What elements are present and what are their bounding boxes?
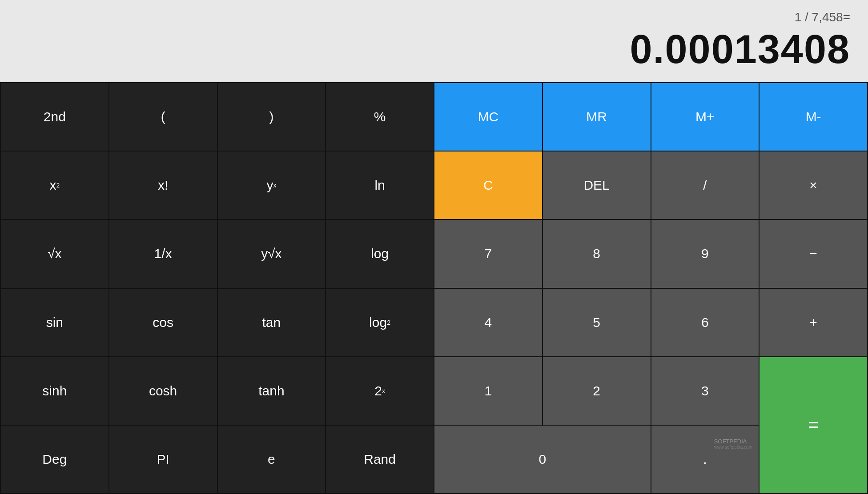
btn-cos[interactable]: cos — [109, 289, 217, 356]
display-result: 0.00013408 — [630, 27, 851, 72]
btn-mc[interactable]: MC — [434, 83, 542, 151]
btn-e[interactable]: e — [218, 426, 326, 493]
btn-pi[interactable]: PI — [109, 426, 217, 493]
btn-dot[interactable]: . — [651, 426, 759, 493]
btn-ln[interactable]: ln — [326, 151, 434, 219]
btn-2[interactable]: 2 — [543, 357, 651, 425]
btn-lparen[interactable]: ( — [109, 83, 217, 151]
btn-yx[interactable]: yx — [218, 151, 326, 219]
btn-2x[interactable]: 2x — [326, 357, 434, 425]
btn-cosh[interactable]: cosh — [109, 357, 217, 425]
btn-log2[interactable]: log2 — [326, 289, 434, 356]
btn-tanh[interactable]: tanh — [218, 357, 326, 425]
btn-inv[interactable]: 1/x — [109, 220, 217, 287]
btn-c[interactable]: C — [434, 151, 542, 219]
btn-percent[interactable]: % — [326, 83, 434, 151]
btn-log[interactable]: log — [326, 220, 434, 287]
btn-tan[interactable]: tan — [218, 289, 326, 356]
btn-1[interactable]: 1 — [434, 357, 542, 425]
btn-yroot[interactable]: y√x — [218, 220, 326, 287]
btn-8[interactable]: 8 — [543, 220, 651, 287]
btn-sinh[interactable]: sinh — [1, 357, 108, 425]
btn-2nd[interactable]: 2nd — [1, 83, 108, 151]
btn-deg[interactable]: Deg — [1, 426, 108, 493]
btn-mul[interactable]: × — [760, 151, 867, 219]
btn-7[interactable]: 7 — [434, 220, 542, 287]
btn-rparen[interactable]: ) — [218, 83, 326, 151]
btn-5[interactable]: 5 — [543, 289, 651, 356]
btn-add[interactable]: + — [760, 289, 867, 356]
btn-xfact[interactable]: x! — [109, 151, 217, 219]
btn-mplus[interactable]: M+ — [651, 83, 759, 151]
btn-9[interactable]: 9 — [651, 220, 759, 287]
btn-0[interactable]: 0 — [434, 426, 651, 493]
btn-sqrt[interactable]: √x — [1, 220, 108, 287]
btn-mr[interactable]: MR — [543, 83, 651, 151]
btn-4[interactable]: 4 — [434, 289, 542, 356]
display-expression: 1 / 7,458= — [795, 10, 850, 24]
btn-xsq[interactable]: x2 — [1, 151, 108, 219]
btn-3[interactable]: 3 — [651, 357, 759, 425]
btn-div[interactable]: / — [651, 151, 759, 219]
buttons-area: 2nd ( ) % MC MR M+ M- x2 x! yx ln C DEL … — [0, 82, 868, 494]
btn-mminus[interactable]: M- — [760, 83, 867, 151]
btn-del[interactable]: DEL — [543, 151, 651, 219]
btn-rand[interactable]: Rand — [326, 426, 434, 493]
display-area: 1 / 7,458= 0.00013408 — [0, 0, 868, 82]
btn-6[interactable]: 6 — [651, 289, 759, 356]
btn-eq[interactable]: = — [760, 357, 867, 493]
btn-sin[interactable]: sin — [1, 289, 108, 356]
btn-sub[interactable]: − — [760, 220, 867, 287]
